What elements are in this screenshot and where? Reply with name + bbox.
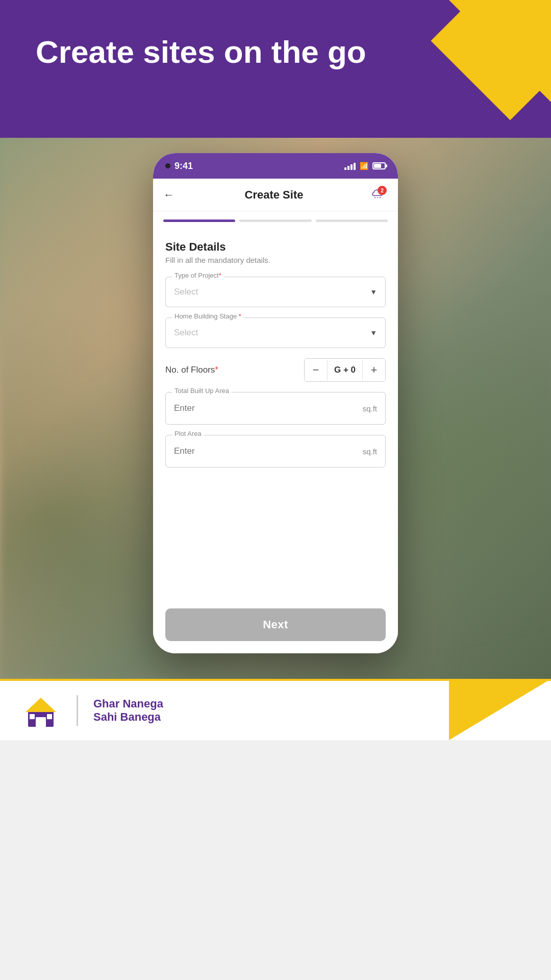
svg-rect-6 (30, 714, 35, 719)
floors-label: No. of Floors* (165, 365, 296, 375)
home-building-stage-dropdown[interactable]: Select ▼ (165, 317, 386, 348)
wifi-icon: 📶 (360, 162, 368, 170)
required-marker: * (219, 272, 221, 279)
signal-icon (344, 162, 356, 170)
home-building-stage-group: Home Building Stage * Select ▼ (165, 317, 386, 348)
status-bar: 9:41 📶 (153, 153, 398, 179)
plot-area-unit: sq.ft (363, 447, 377, 456)
svg-marker-4 (26, 698, 56, 712)
plot-area-input[interactable] (174, 446, 359, 456)
camera-dot (165, 163, 170, 168)
type-of-project-dropdown[interactable]: Select ▼ (165, 277, 386, 307)
home-building-stage-arrow-icon: ▼ (370, 329, 377, 337)
svg-line-0 (374, 197, 375, 198)
required-marker-3: * (215, 365, 218, 375)
footer-section: Ghar Nanega Sahi Banega (0, 679, 551, 740)
floors-decrement-button[interactable]: − (305, 359, 327, 381)
svg-rect-7 (47, 714, 52, 719)
form-section-title: Site Details (165, 240, 386, 254)
logo-house-icon (20, 693, 61, 728)
svg-line-2 (380, 197, 381, 198)
home-building-stage-placeholder: Select (174, 328, 198, 338)
progress-stepper (153, 211, 398, 230)
form-area: Site Details Fill in all the mandatory d… (153, 230, 398, 600)
total-built-up-area-label: Total Built Up Area (172, 387, 231, 395)
plot-area-group: Plot Area sq.ft (165, 435, 386, 468)
logo-divider (77, 695, 78, 726)
notification-badge: 2 (378, 186, 387, 195)
type-of-project-placeholder: Select (174, 287, 198, 297)
type-of-project-arrow-icon: ▼ (370, 288, 377, 296)
step-1 (163, 219, 235, 222)
form-subtitle: Fill in all the mandatory details. (165, 256, 386, 264)
bottom-section: Next (153, 600, 398, 653)
svg-rect-5 (36, 717, 46, 727)
floors-counter: − G + 0 + (304, 358, 386, 382)
background-image-area: 9:41 📶 ← Create Site (0, 138, 551, 679)
total-built-up-area-unit: sq.ft (363, 404, 377, 413)
battery-icon (372, 162, 386, 169)
phone-mockup: 9:41 📶 ← Create Site (153, 153, 398, 653)
plot-area-label: Plot Area (172, 430, 204, 437)
app-header: ← Create Site 2 (153, 179, 398, 211)
next-button[interactable]: Next (165, 608, 386, 641)
type-of-project-label: Type of Project* (172, 272, 223, 279)
status-time-area: 9:41 (165, 161, 193, 172)
status-icons: 📶 (344, 162, 386, 170)
total-built-up-area-field[interactable]: sq.ft (165, 392, 386, 425)
step-2 (239, 219, 311, 222)
floors-increment-button[interactable]: + (363, 359, 385, 381)
header-section: Create sites on the go (0, 0, 551, 138)
notification-button[interactable]: 2 (367, 185, 388, 205)
footer-tagline-1: Ghar Nanega (93, 697, 163, 710)
step-3 (316, 219, 388, 222)
phone-inner: 9:41 📶 ← Create Site (153, 153, 398, 653)
home-building-stage-label: Home Building Stage * (172, 312, 243, 320)
floors-row: No. of Floors* − G + 0 + (165, 358, 386, 382)
status-time: 9:41 (174, 161, 193, 172)
total-built-up-area-input[interactable] (174, 403, 359, 413)
back-button[interactable]: ← (163, 188, 174, 202)
footer-tagline-2: Sahi Banega (93, 710, 163, 724)
page-title: Create sites on the go (36, 33, 366, 71)
logo-text-block: Ghar Nanega Sahi Banega (93, 697, 163, 724)
type-of-project-group: Type of Project* Select ▼ (165, 277, 386, 307)
floors-value: G + 0 (327, 360, 363, 380)
plot-area-field[interactable]: sq.ft (165, 435, 386, 468)
battery-fill (374, 164, 381, 168)
required-marker-2: * (239, 312, 241, 320)
total-built-up-area-group: Total Built Up Area sq.ft (165, 392, 386, 425)
app-title: Create Site (181, 188, 367, 202)
